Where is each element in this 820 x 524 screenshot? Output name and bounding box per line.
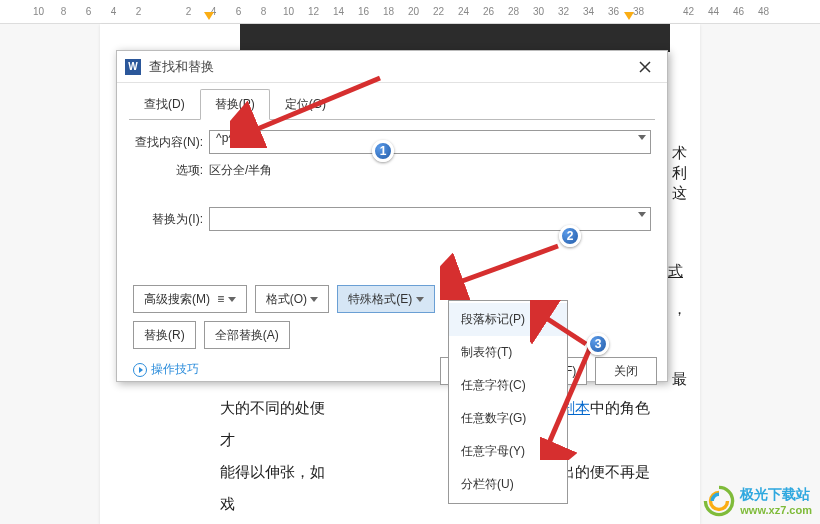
ruler-mark: 42 <box>682 6 695 17</box>
menu-item-any-letter[interactable]: 任意字母(Y) <box>449 435 567 468</box>
left-indent-marker[interactable] <box>204 12 214 22</box>
advanced-search-button[interactable]: 高级搜索(M) ≡ <box>133 285 247 313</box>
ruler-mark <box>657 6 670 17</box>
doc-fragment: 利 <box>672 164 687 183</box>
find-content-value: ^p^p <box>216 131 241 145</box>
chevron-down-icon[interactable] <box>638 135 646 140</box>
tab-replace[interactable]: 替换(P) <box>200 89 270 120</box>
ruler-mark: 44 <box>707 6 720 17</box>
ruler-mark: 34 <box>582 6 595 17</box>
watermark-logo: 极光下载站 www.xz7.com <box>702 484 812 518</box>
chevron-down-icon <box>416 297 424 302</box>
ruler-mark: 6 <box>232 6 245 17</box>
horizontal-ruler: 1086422468101214161820222426283032343638… <box>0 0 820 24</box>
replace-with-input[interactable] <box>209 207 651 231</box>
ruler-mark: 22 <box>432 6 445 17</box>
annotation-bubble-3: 3 <box>587 333 609 355</box>
find-replace-dialog: W 查找和替换 查找(D) 替换(P) 定位(G) 查找内容(N): ^p^p … <box>116 50 668 382</box>
replace-all-button[interactable]: 全部替换(A) <box>204 321 290 349</box>
special-format-menu: 段落标记(P) 制表符(T) 任意字符(C) 任意数字(G) 任意字母(Y) 分… <box>448 300 568 504</box>
doc-fragment: 这 <box>672 184 687 203</box>
doc-fragment: 最 <box>672 370 687 389</box>
menu-item-any-char[interactable]: 任意字符(C) <box>449 369 567 402</box>
doc-fragment: ， <box>672 300 687 319</box>
ruler-mark: 36 <box>607 6 620 17</box>
ruler-mark: 14 <box>332 6 345 17</box>
logo-text-cn: 极光下载站 <box>740 486 810 502</box>
special-format-button[interactable]: 特殊格式(E) <box>337 285 434 313</box>
close-action-button[interactable]: 关闭 <box>595 357 657 385</box>
menu-item-tab[interactable]: 制表符(T) <box>449 336 567 369</box>
app-icon: W <box>125 59 141 75</box>
chevron-down-icon <box>228 297 236 302</box>
ruler-mark: 8 <box>257 6 270 17</box>
annotation-bubble-2: 2 <box>559 225 581 247</box>
ruler-mark: 6 <box>82 6 95 17</box>
ruler-mark: 20 <box>407 6 420 17</box>
ruler-mark: 32 <box>557 6 570 17</box>
ruler-mark: 16 <box>357 6 370 17</box>
logo-swirl-icon <box>702 484 736 518</box>
ruler-mark: 46 <box>732 6 745 17</box>
ruler-mark: 30 <box>532 6 545 17</box>
ruler-mark <box>157 6 170 17</box>
play-icon <box>133 363 147 377</box>
options-label: 选项: <box>133 162 209 179</box>
dialog-tabs: 查找(D) 替换(P) 定位(G) <box>129 89 667 120</box>
tab-find[interactable]: 查找(D) <box>129 89 200 120</box>
menu-item-any-digit[interactable]: 任意数字(G) <box>449 402 567 435</box>
replace-with-label: 替换为(I): <box>133 211 209 228</box>
ruler-mark: 8 <box>57 6 70 17</box>
tab-goto[interactable]: 定位(G) <box>270 89 341 120</box>
find-content-label: 查找内容(N): <box>133 134 209 151</box>
right-indent-marker[interactable] <box>624 12 634 22</box>
chevron-down-icon <box>310 297 318 302</box>
doc-text: 大的不同的处便 <box>220 399 325 416</box>
ruler-mark: 28 <box>507 6 520 17</box>
doc-text: 能得以伸张，如 <box>220 463 325 480</box>
ruler-mark: 2 <box>182 6 195 17</box>
logo-text-url: www.xz7.com <box>740 504 812 516</box>
ruler-mark: 10 <box>32 6 45 17</box>
ruler-mark: 26 <box>482 6 495 17</box>
ruler-mark: 24 <box>457 6 470 17</box>
doc-fragment: 术 <box>672 144 687 163</box>
menu-item-column-break[interactable]: 分栏符(U) <box>449 468 567 501</box>
chevron-down-icon[interactable] <box>638 212 646 217</box>
ruler-mark: 2 <box>132 6 145 17</box>
menu-item-paragraph-mark[interactable]: 段落标记(P) <box>449 303 567 336</box>
dialog-title: 查找和替换 <box>149 58 631 76</box>
ruler-mark: 10 <box>282 6 295 17</box>
titlebar: W 查找和替换 <box>117 51 667 83</box>
options-value: 区分全/半角 <box>209 162 272 179</box>
ruler-mark: 12 <box>307 6 320 17</box>
format-button[interactable]: 格式(O) <box>255 285 330 313</box>
close-button[interactable] <box>631 55 659 79</box>
document-dark-strip <box>240 24 670 52</box>
annotation-bubble-1: 1 <box>372 140 394 162</box>
document-body: 大的不同的处便过演员的扮演，剧本中的角色才 能得以伸张，如汾演，那么所演出的便不… <box>220 392 660 524</box>
find-content-input[interactable]: ^p^p <box>209 130 651 154</box>
ruler-mark: 48 <box>757 6 770 17</box>
doc-fragment: 式 <box>668 262 683 281</box>
ruler-mark: 18 <box>382 6 395 17</box>
replace-button[interactable]: 替换(R) <box>133 321 196 349</box>
ruler-mark: 4 <box>107 6 120 17</box>
